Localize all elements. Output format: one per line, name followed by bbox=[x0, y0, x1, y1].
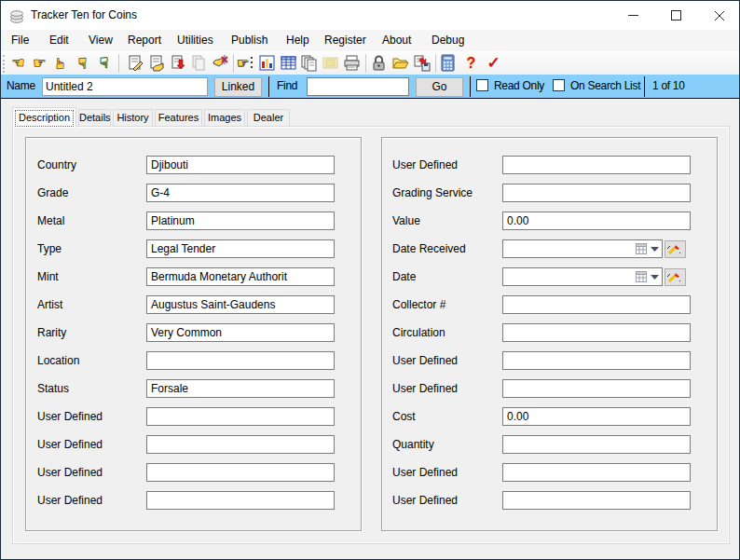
tab-features[interactable]: Features bbox=[155, 109, 202, 127]
field-input-value[interactable]: 0.00 bbox=[502, 212, 691, 230]
dropdown-arrow-icon[interactable] bbox=[651, 247, 659, 253]
point-left-icon[interactable]: ☚ bbox=[8, 54, 28, 73]
field-label-artist: Artist bbox=[37, 295, 62, 314]
separator bbox=[644, 76, 645, 97]
film-disabled-icon[interactable] bbox=[322, 54, 341, 73]
delete-burst-icon[interactable] bbox=[212, 54, 231, 73]
field-label-user-defined: User Defined bbox=[37, 491, 103, 510]
field-input-location[interactable] bbox=[146, 351, 335, 370]
field-input-rarity[interactable]: Very Common bbox=[146, 323, 335, 342]
go-button[interactable]: Go bbox=[416, 77, 463, 97]
point-list-icon[interactable]: ☛ bbox=[237, 54, 256, 73]
field-input-user-defined[interactable] bbox=[502, 351, 691, 370]
close-button[interactable] bbox=[697, 1, 740, 29]
field-input-cost[interactable]: 0.00 bbox=[502, 407, 691, 426]
field-label-user-defined: User Defined bbox=[392, 156, 458, 174]
toolbar-separator bbox=[365, 54, 366, 73]
toolbar-grip[interactable] bbox=[3, 55, 6, 73]
field-input-circulation[interactable] bbox=[502, 323, 691, 342]
date-edit-button-date-received[interactable] bbox=[665, 240, 686, 258]
field-label-user-defined: User Defined bbox=[392, 351, 458, 370]
field-input-user-defined[interactable] bbox=[146, 435, 335, 454]
field-input-collector[interactable] bbox=[502, 295, 691, 314]
field-input-type[interactable]: Legal Tender bbox=[146, 239, 335, 258]
linked-button[interactable]: Linked bbox=[214, 77, 262, 97]
field-input-grade[interactable]: G-4 bbox=[146, 184, 335, 202]
find-input[interactable] bbox=[307, 77, 409, 96]
tab-history[interactable]: History bbox=[113, 109, 153, 127]
field-label-circulation: Circulation bbox=[392, 323, 445, 342]
tab-label: Details bbox=[79, 112, 111, 123]
on-search-list-checkbox[interactable] bbox=[553, 79, 565, 91]
record-position: 1 of 10 bbox=[652, 76, 685, 96]
menu-bar: FileEditViewReportUtilitiesPublishHelpRe… bbox=[0, 30, 740, 51]
field-input-user-defined[interactable] bbox=[146, 407, 335, 426]
lock-icon[interactable] bbox=[370, 54, 390, 73]
point-right-icon[interactable]: ☛ bbox=[30, 54, 49, 73]
help-icon[interactable]: ? bbox=[461, 54, 481, 73]
field-input-user-defined[interactable] bbox=[502, 156, 691, 174]
read-only-checkbox[interactable] bbox=[476, 79, 488, 91]
menu-register[interactable]: Register bbox=[324, 30, 366, 51]
field-input-grading-service[interactable] bbox=[502, 184, 691, 202]
doc-hand-icon[interactable] bbox=[148, 54, 168, 73]
date-edit-button-date[interactable] bbox=[665, 268, 686, 286]
table-icon[interactable] bbox=[280, 54, 299, 73]
menu-view[interactable]: View bbox=[89, 30, 113, 51]
tab-details[interactable]: Details bbox=[78, 109, 111, 127]
name-label: Name bbox=[7, 76, 35, 96]
read-only-label: Read Only bbox=[494, 76, 544, 96]
menu-report[interactable]: Report bbox=[128, 30, 161, 51]
calendar-icon[interactable] bbox=[636, 243, 647, 254]
field-input-user-defined[interactable] bbox=[502, 379, 691, 398]
field-input-user-defined[interactable] bbox=[146, 463, 335, 482]
menu-about[interactable]: About bbox=[382, 30, 411, 51]
maximize-button[interactable] bbox=[654, 1, 697, 29]
field-label-quantity: Quantity bbox=[392, 435, 434, 454]
tab-label: Features bbox=[158, 112, 199, 123]
field-input-user-defined[interactable] bbox=[502, 491, 691, 510]
maximize-icon bbox=[671, 10, 681, 20]
menu-utilities[interactable]: Utilities bbox=[177, 30, 213, 51]
name-input[interactable]: Untitled 2 bbox=[42, 77, 208, 96]
menu-debug[interactable]: Debug bbox=[432, 30, 464, 51]
record-bar: Name Untitled 2 Linked Find Go Read Only… bbox=[0, 75, 740, 99]
calendar-icon[interactable] bbox=[636, 271, 647, 282]
field-input-quantity[interactable] bbox=[502, 435, 691, 454]
tab-dealer[interactable]: Dealer bbox=[247, 109, 290, 127]
separator bbox=[268, 76, 269, 97]
point-down-outline-icon[interactable]: ☟ bbox=[94, 54, 114, 73]
menu-file[interactable]: File bbox=[11, 30, 29, 51]
menu-publish[interactable]: Publish bbox=[231, 30, 267, 51]
field-input-status[interactable]: Forsale bbox=[146, 379, 335, 398]
field-label-user-defined: User Defined bbox=[392, 379, 458, 398]
menu-help[interactable]: Help bbox=[286, 30, 309, 51]
save-export-icon[interactable] bbox=[413, 54, 432, 73]
chart-icon[interactable] bbox=[258, 54, 278, 73]
tab-images[interactable]: Images bbox=[204, 109, 245, 127]
field-input-artist[interactable]: Augustus Saint-Gaudens bbox=[146, 295, 335, 314]
copy-disabled-icon[interactable] bbox=[190, 54, 210, 73]
point-down-icon[interactable]: ☛ bbox=[73, 54, 92, 73]
tab-label: History bbox=[116, 112, 148, 123]
field-input-country[interactable]: Djibouti bbox=[146, 156, 335, 174]
note-edit-icon[interactable] bbox=[127, 54, 146, 73]
field-input-metal[interactable]: Platinum bbox=[146, 212, 335, 230]
tab-label: Images bbox=[208, 112, 241, 123]
field-input-user-defined[interactable] bbox=[502, 463, 691, 482]
point-up-icon[interactable]: ☛ bbox=[51, 54, 71, 73]
doc-export-icon[interactable] bbox=[170, 54, 189, 73]
minimize-icon bbox=[628, 15, 638, 16]
calculator-icon[interactable] bbox=[439, 54, 459, 73]
menu-edit[interactable]: Edit bbox=[49, 30, 69, 51]
field-label-user-defined: User Defined bbox=[392, 463, 458, 482]
tab-description[interactable]: Description bbox=[12, 107, 76, 128]
folder-open-icon[interactable] bbox=[391, 54, 411, 73]
printer-icon[interactable] bbox=[343, 54, 363, 73]
field-input-mint[interactable]: Bermuda Monetary Authorit bbox=[146, 267, 335, 286]
copy-docs-icon[interactable] bbox=[300, 54, 320, 73]
field-input-user-defined[interactable] bbox=[146, 491, 335, 510]
check-icon[interactable]: ✓ bbox=[484, 54, 503, 73]
minimize-button[interactable] bbox=[611, 1, 654, 29]
dropdown-arrow-icon[interactable] bbox=[651, 275, 659, 280]
